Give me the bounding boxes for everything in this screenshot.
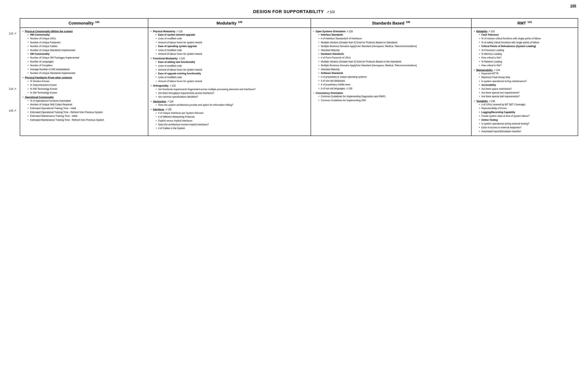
title-ref: ↗ 102 [326, 10, 335, 14]
rmt-content: Reliability ↗ 132 Fault Tolerance % of m… [471, 28, 578, 136]
main-table: Commonality 104 Modularity 106 Standards… [20, 18, 578, 136]
commonality-content: Physical Commonality (Within the system)… [20, 28, 148, 136]
side-label-116: 116 ↗ [9, 109, 16, 112]
rmt-ref: 110 [528, 21, 532, 24]
col-header-commonality: Commonality 104 [20, 18, 148, 28]
standards-content: Open Systems Orientation ↗ 128 Interface… [311, 28, 471, 136]
commonality-ref: 104 [95, 21, 99, 24]
col-header-rmt: RMT 110 [471, 18, 578, 28]
page-wrapper: 100 DESIGN FOR SUPPORTABILITY ↗ 102 Comm… [8, 4, 580, 136]
col-header-modularity: Modularity 106 [148, 18, 311, 28]
page-number: 100 [570, 4, 576, 8]
page-header: 100 [8, 4, 580, 8]
title-area: DESIGN FOR SUPPORTABILITY ↗ 102 [8, 9, 580, 14]
col-header-standards: Standards Based 108 [311, 18, 471, 28]
modularity-content: Physical Modularity ↗ 118 Ease of system… [148, 28, 311, 136]
modularity-ref: 106 [238, 21, 242, 24]
modularity-label: Modularity [217, 21, 237, 25]
side-label-114: 114 ↗ [9, 87, 16, 90]
standards-ref: 108 [406, 21, 410, 24]
side-label-112: 112 ↗ [9, 32, 16, 35]
page-title: DESIGN FOR SUPPORTABILITY [253, 9, 324, 14]
commonality-label: Commonality [69, 21, 94, 25]
rmt-label: RMT [517, 21, 526, 25]
standards-label: Standards Based [372, 21, 404, 25]
